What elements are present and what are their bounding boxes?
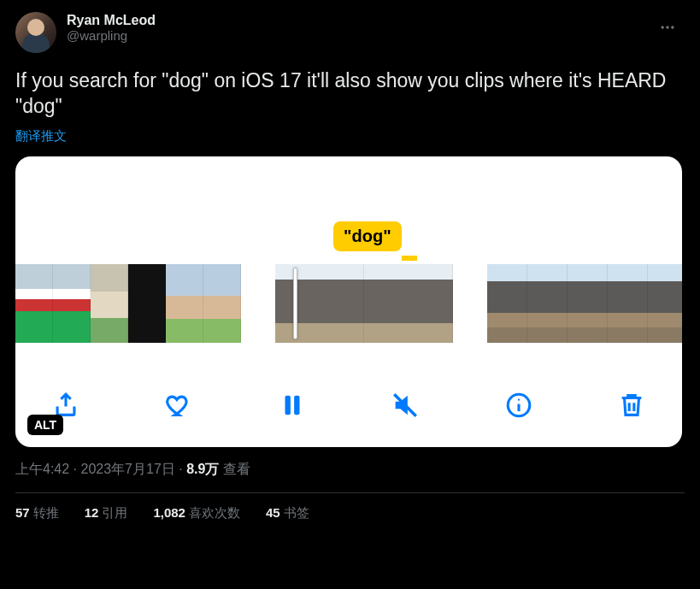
timeline-thumb — [91, 264, 128, 343]
view-count: 8.9万 — [186, 462, 219, 476]
timeline-thumb — [527, 264, 568, 343]
mute-button[interactable] — [385, 386, 425, 428]
search-caption-badge: "dog" — [333, 221, 402, 251]
time-posted[interactable]: 上午4:42 — [15, 462, 69, 476]
timeline-thumb — [275, 264, 364, 343]
tweet-meta: 上午4:42 · 2023年7月17日 · 8.9万 查看 — [15, 461, 685, 479]
svg-point-1 — [666, 26, 668, 28]
timeline-thumb — [608, 264, 648, 343]
media-toolbar — [15, 386, 682, 428]
svg-rect-3 — [285, 395, 290, 415]
timeline-thumb — [166, 264, 203, 343]
retweets-stat[interactable]: 57转推 — [15, 505, 59, 521]
tweet-container: Ryan McLeod @warpling If you search for … — [15, 12, 685, 521]
speaker-muted-icon — [391, 391, 420, 420]
clip-group-1[interactable] — [15, 264, 241, 343]
likes-stat[interactable]: 1,082喜欢次数 — [153, 505, 240, 521]
media-attachment[interactable]: "dog" — [15, 156, 682, 447]
timeline-thumb — [15, 264, 53, 343]
delete-button[interactable] — [612, 386, 651, 428]
svg-point-8 — [517, 398, 519, 400]
favorite-button[interactable] — [159, 386, 198, 428]
timeline-thumb — [568, 264, 608, 343]
clip-group-3[interactable] — [487, 264, 682, 343]
tweet-text: If you search for "dog" on iOS 17 it'll … — [15, 68, 674, 120]
author-names[interactable]: Ryan McLeod @warpling — [67, 12, 156, 44]
svg-rect-4 — [294, 395, 299, 415]
timeline-thumb — [203, 264, 241, 343]
svg-point-2 — [671, 26, 674, 28]
avatar[interactable] — [15, 12, 56, 53]
tweet-header: Ryan McLeod @warpling — [15, 12, 685, 53]
clip-group-2[interactable] — [275, 264, 453, 343]
timeline-thumb — [364, 264, 453, 343]
timeline-scrubber[interactable] — [293, 268, 297, 339]
alt-badge[interactable]: ALT — [27, 415, 63, 435]
timeline-thumb — [128, 264, 166, 343]
timeline-thumb — [648, 264, 682, 343]
translate-link[interactable]: 翻译推文 — [15, 128, 67, 144]
timeline-thumb — [53, 264, 91, 343]
more-icon — [659, 19, 676, 36]
video-timeline[interactable] — [15, 264, 682, 343]
caption-marker — [402, 256, 417, 261]
display-name: Ryan McLeod — [67, 12, 156, 28]
info-button[interactable] — [499, 386, 538, 428]
more-button[interactable] — [654, 14, 681, 44]
quotes-stat[interactable]: 12引用 — [85, 505, 128, 521]
date-posted[interactable]: 2023年7月17日 — [80, 462, 174, 476]
bookmarks-stat[interactable]: 45书签 — [266, 505, 309, 521]
engagement-row: 57转推 12引用 1,082喜欢次数 45书签 — [15, 505, 685, 521]
heart-icon — [164, 391, 193, 420]
handle: @warpling — [67, 28, 156, 44]
timeline-thumb — [487, 264, 527, 343]
pause-icon — [278, 391, 307, 420]
trash-icon — [617, 391, 646, 420]
divider — [15, 492, 685, 493]
info-icon — [504, 391, 533, 420]
pause-button[interactable] — [273, 386, 312, 428]
svg-point-0 — [662, 26, 664, 28]
view-label: 查看 — [219, 462, 250, 476]
